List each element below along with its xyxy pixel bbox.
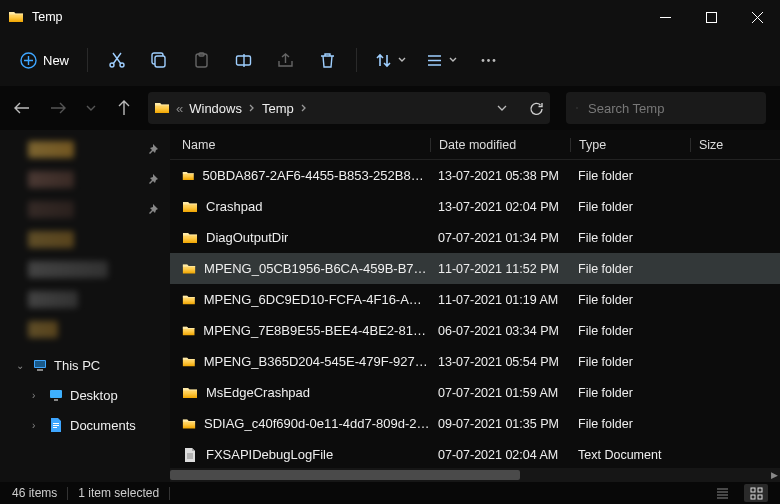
view-large-button[interactable] [744, 484, 768, 502]
file-date: 11-07-2021 01:19 AM [430, 293, 570, 307]
svg-rect-5 [706, 12, 716, 22]
window-title: Temp [32, 10, 642, 24]
table-row[interactable]: MPENG_6DC9ED10-FCFA-4F16-ADAE-EA...11-07… [170, 284, 780, 315]
folder-icon [182, 416, 196, 432]
search-input[interactable] [588, 101, 756, 116]
pin-icon [147, 204, 158, 215]
file-date: 07-07-2021 01:34 PM [430, 231, 570, 245]
sort-icon [375, 52, 392, 69]
navigation-pane[interactable]: ⌄ This PC › Desktop › Documents [0, 130, 170, 482]
svg-rect-19 [751, 495, 755, 499]
quick-access-item[interactable] [0, 194, 170, 224]
quick-access-item[interactable] [0, 314, 170, 344]
file-name: MPENG_6DC9ED10-FCFA-4F16-ADAE-EA... [204, 292, 430, 307]
file-type: File folder [570, 355, 690, 369]
horizontal-scrollbar[interactable]: ▶ [170, 468, 780, 482]
file-name: Crashpad [206, 199, 262, 214]
nav-recent-button[interactable] [86, 103, 96, 113]
paste-button[interactable] [182, 42, 220, 78]
trash-icon [319, 52, 336, 69]
folder-icon [182, 261, 196, 277]
table-row[interactable]: MPENG_05CB1956-B6CA-459B-B7DC-0F...11-07… [170, 253, 780, 284]
search-box[interactable] [566, 92, 766, 124]
tree-documents[interactable]: › Documents [0, 410, 170, 440]
refresh-icon[interactable] [529, 101, 544, 116]
col-date[interactable]: Date modified [430, 138, 570, 152]
more-button[interactable] [469, 42, 507, 78]
share-icon [277, 52, 294, 69]
table-row[interactable]: Crashpad13-07-2021 02:04 PMFile folder [170, 191, 780, 222]
svg-point-14 [487, 59, 490, 62]
copy-icon [151, 52, 168, 69]
quick-access-item[interactable] [0, 284, 170, 314]
table-row[interactable]: MsEdgeCrashpad07-07-2021 01:59 AMFile fo… [170, 377, 780, 408]
pin-icon [147, 174, 158, 185]
view-details-button[interactable] [710, 484, 734, 502]
table-row[interactable]: SDIAG_c40f690d-0e11-4dd7-809d-261c5c...0… [170, 408, 780, 439]
file-type: File folder [570, 293, 690, 307]
svg-point-13 [481, 59, 484, 62]
quick-access-item[interactable] [0, 254, 170, 284]
nav-back-button[interactable] [14, 100, 30, 116]
table-row[interactable]: MPENG_7E8B9E55-BEE4-4BE2-819D-8BEF...06-… [170, 315, 780, 346]
file-date: 07-07-2021 02:04 AM [430, 448, 570, 462]
rename-icon [235, 52, 252, 69]
chevron-down-icon[interactable] [497, 103, 507, 113]
file-type: Text Document [570, 448, 690, 462]
nav-up-button[interactable] [116, 100, 132, 116]
folder-icon [182, 323, 195, 339]
chevron-right-icon[interactable]: › [32, 420, 42, 431]
svg-point-15 [492, 59, 495, 62]
close-button[interactable] [734, 0, 780, 34]
folder-icon [182, 168, 195, 184]
file-type: File folder [570, 262, 690, 276]
col-type[interactable]: Type [570, 138, 690, 152]
col-size[interactable]: Size [690, 138, 780, 152]
table-row[interactable]: 50BDA867-2AF6-4455-B853-252B8E414777-Sig… [170, 160, 780, 191]
table-row[interactable]: FXSAPIDebugLogFile07-07-2021 02:04 AMTex… [170, 439, 780, 468]
share-button[interactable] [266, 42, 304, 78]
file-date: 06-07-2021 03:34 PM [430, 324, 570, 338]
table-row[interactable]: DiagOutputDir07-07-2021 01:34 PMFile fol… [170, 222, 780, 253]
chevron-right-icon[interactable]: › [32, 390, 42, 401]
file-date: 11-07-2021 11:52 PM [430, 262, 570, 276]
delete-button[interactable] [308, 42, 346, 78]
minimize-button[interactable] [642, 0, 688, 34]
breadcrumb-temp[interactable]: Temp [262, 101, 294, 116]
svg-rect-17 [751, 488, 755, 492]
column-headers[interactable]: Name Date modified Type Size [170, 130, 780, 160]
quick-access-item[interactable] [0, 134, 170, 164]
file-icon [182, 447, 198, 463]
col-name[interactable]: Name [182, 138, 430, 152]
folder-icon [182, 199, 198, 215]
svg-rect-18 [758, 488, 762, 492]
copy-button[interactable] [140, 42, 178, 78]
new-button[interactable]: New [12, 42, 77, 78]
breadcrumb-windows[interactable]: Windows [189, 101, 242, 116]
paste-icon [193, 52, 210, 69]
nav-forward-button[interactable] [50, 100, 66, 116]
search-icon [576, 101, 578, 115]
table-row[interactable]: MPENG_B365D204-545E-479F-927B-5E58...13-… [170, 346, 780, 377]
plus-circle-icon [20, 52, 37, 69]
sort-button[interactable] [367, 42, 414, 78]
cut-button[interactable] [98, 42, 136, 78]
rename-button[interactable] [224, 42, 262, 78]
pin-icon [147, 144, 158, 155]
quick-access-item[interactable] [0, 224, 170, 254]
file-type: File folder [570, 231, 690, 245]
quick-access-item[interactable] [0, 164, 170, 194]
maximize-button[interactable] [688, 0, 734, 34]
view-button[interactable] [418, 42, 465, 78]
item-count: 46 items [12, 486, 57, 500]
address-bar[interactable]: « Windows Temp [148, 92, 550, 124]
file-date: 13-07-2021 02:04 PM [430, 200, 570, 214]
tree-this-pc[interactable]: ⌄ This PC [0, 350, 170, 380]
tree-desktop[interactable]: › Desktop [0, 380, 170, 410]
file-type: File folder [570, 324, 690, 338]
status-bar: 46 items 1 item selected [0, 482, 780, 504]
folder-icon [182, 354, 196, 370]
chevron-down-icon[interactable]: ⌄ [16, 360, 26, 371]
chevron-down-icon [449, 56, 457, 64]
cut-icon [108, 51, 126, 69]
